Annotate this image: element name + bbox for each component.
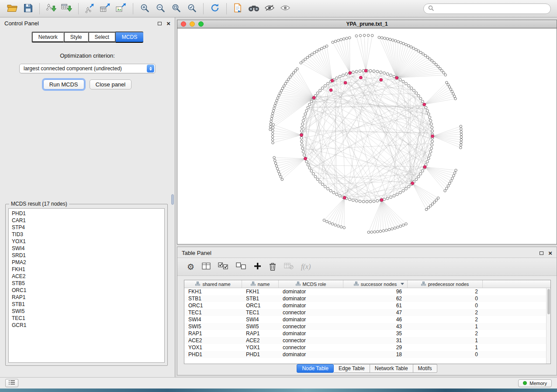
mcds-result-item[interactable]: ACE2 [9, 273, 164, 280]
column-label: name [258, 282, 270, 287]
export-table-button[interactable] [98, 2, 114, 16]
search-field[interactable] [423, 3, 551, 14]
tab-network-table[interactable]: Network Table [370, 364, 413, 373]
toolbar-separator [78, 3, 79, 14]
mcds-result-item[interactable]: TEC1 [9, 315, 164, 322]
show-columns-button[interactable] [202, 262, 211, 271]
run-mcds-button[interactable]: Run MCDS [43, 79, 84, 89]
close-panel-icon[interactable]: × [166, 20, 170, 27]
memory-button[interactable]: Memory [518, 379, 552, 387]
mcds-result-item[interactable]: SRD1 [9, 252, 164, 259]
mcds-result-item[interactable]: SWI5 [9, 308, 164, 315]
column-header-successor-nodes[interactable]: successor nodes [343, 280, 408, 288]
optimization-selected-value: largest connected component (undirected) [24, 65, 122, 72]
mcds-result-item[interactable]: STB1 [9, 301, 164, 308]
search-network-button[interactable] [246, 2, 262, 16]
table-scrollbar[interactable] [546, 288, 550, 364]
import-network-button[interactable] [43, 2, 59, 16]
column-header-mcds-role[interactable]: MCDS role [279, 280, 343, 288]
mcds-result-item[interactable]: YOX1 [9, 238, 164, 245]
share-document-button[interactable] [230, 2, 246, 16]
tab-style[interactable]: Style [64, 32, 88, 42]
mcds-result-item[interactable]: RAP1 [9, 294, 164, 301]
tab-select[interactable]: Select [88, 32, 115, 42]
float-panel-icon[interactable] [540, 251, 543, 255]
add-column-button[interactable] [254, 262, 261, 271]
table-cell: 0 [408, 296, 483, 302]
mcds-result-item[interactable]: PHD1 [9, 210, 164, 217]
zoom-window-button[interactable] [198, 21, 204, 27]
float-panel-icon[interactable] [158, 22, 162, 25]
table-row[interactable]: FKH1FKH1dominator962 [184, 288, 550, 295]
table-row[interactable]: ACE2ACE2connector311 [184, 337, 550, 344]
mcds-result-item[interactable]: CAR1 [9, 217, 164, 224]
table-row[interactable]: SWI5SWI5connector431 [184, 323, 550, 330]
network-window-titlebar[interactable]: YPA_prune.txt_1 [177, 20, 557, 28]
network-canvas[interactable] [177, 28, 557, 244]
export-image-button[interactable] [114, 2, 129, 16]
column-header-name[interactable]: name [242, 280, 279, 288]
table-cell: ORC1 [242, 303, 279, 309]
import-table-button[interactable] [59, 2, 75, 16]
minimize-window-button[interactable] [190, 21, 195, 27]
mcds-result-list[interactable]: PHD1CAR1STP4TID3YOX1SWI4SRD1PMA2FKH1ACE2… [8, 208, 165, 363]
table-row[interactable]: SWI4SWI4dominator462 [184, 316, 550, 323]
mcds-result-item[interactable]: PMA2 [9, 259, 164, 266]
column-header-predecessor-nodes[interactable]: predecessor nodes [408, 280, 483, 288]
refresh-button[interactable] [207, 2, 223, 16]
open-folder-icon [7, 4, 17, 14]
table-row[interactable]: ORC1ORC1dominator610 [184, 302, 550, 309]
mcds-result-item[interactable]: FKH1 [9, 266, 164, 273]
zoom-fit-icon [172, 3, 181, 14]
control-panel-scrollbar[interactable] [171, 194, 174, 205]
mcds-result-item[interactable]: TID3 [9, 231, 164, 238]
search-input[interactable] [436, 5, 546, 12]
mcds-result-item[interactable]: SWI4 [9, 245, 164, 252]
column-header-shared-name[interactable]: shared name [184, 280, 242, 288]
chevron-down-icon[interactable] [401, 283, 404, 285]
list-icon [8, 380, 15, 386]
zoom-out-button[interactable] [152, 2, 168, 16]
table-row[interactable]: TEC1TEC1connector472 [184, 309, 550, 316]
table-row[interactable]: STB1STB1dominator620 [184, 295, 550, 302]
table-cell: SWI5 [242, 323, 279, 330]
panel-menu-button[interactable] [5, 379, 18, 387]
mcds-result-item[interactable]: GCR1 [9, 322, 164, 329]
close-panel-icon[interactable]: × [548, 250, 552, 256]
select-all-button[interactable] [218, 262, 228, 271]
open-file-button[interactable] [4, 2, 20, 16]
hide-graphics-button[interactable] [262, 2, 277, 16]
zoom-fit-button[interactable] [168, 2, 184, 16]
close-panel-button[interactable]: Close panel [90, 79, 132, 89]
mcds-result-item[interactable]: STB5 [9, 280, 164, 287]
table-row[interactable]: PHD1PHD1dominator180 [184, 351, 550, 358]
save-disk-icon [24, 3, 33, 14]
toolbar-separator [226, 3, 227, 14]
show-graphics-button[interactable] [277, 2, 293, 16]
table-row[interactable]: YOX1YOX1connector291 [184, 344, 550, 351]
table-settings-button[interactable]: ⚙ [187, 263, 194, 271]
close-window-button[interactable] [181, 21, 186, 27]
save-session-button[interactable] [20, 2, 36, 16]
export-network-button[interactable] [82, 2, 98, 16]
tab-network[interactable]: Network [32, 32, 64, 42]
mcds-result-item[interactable]: ORC1 [9, 287, 164, 294]
table-cell: dominator [279, 316, 343, 323]
zoom-in-button[interactable] [137, 2, 152, 16]
table-scrollbar-thumb[interactable] [547, 289, 550, 314]
mcds-result-item[interactable]: STP4 [9, 224, 164, 231]
delete-column-button[interactable] [269, 262, 277, 272]
tab-node-table[interactable]: Node Table [297, 364, 334, 373]
combo-stepper-icon[interactable] [147, 65, 154, 72]
table-row[interactable]: RAP1RAP1dominator352 [184, 330, 550, 337]
export-network-icon [84, 3, 96, 14]
deselect-all-button[interactable] [236, 262, 246, 271]
tab-mcds[interactable]: MCDS [115, 31, 143, 43]
table-cell: SWI5 [184, 323, 242, 330]
network-graph-svg[interactable] [177, 28, 557, 244]
zoom-selected-button[interactable] [184, 2, 200, 16]
tab-edge-table[interactable]: Edge Table [334, 364, 370, 373]
tab-motifs[interactable]: Motifs [413, 364, 437, 373]
table-cell: 1 [408, 344, 483, 351]
optimization-select[interactable]: largest connected component (undirected) [19, 64, 156, 73]
